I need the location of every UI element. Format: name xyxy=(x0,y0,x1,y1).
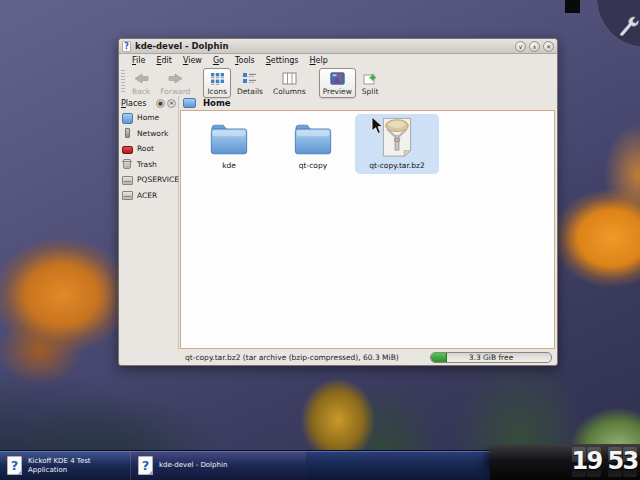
task-icon: ? xyxy=(138,456,153,475)
menubar: File Edit View Go Tools Settings Help xyxy=(119,54,557,67)
place-acer[interactable]: ACER xyxy=(119,188,178,204)
flip-clock: 1 9 5 3 xyxy=(571,447,637,477)
icons-view-icon xyxy=(210,70,225,86)
capacity-label: 3.3 GiB free xyxy=(431,353,551,362)
task-icon: ? xyxy=(7,456,22,475)
file-label: qt-copy xyxy=(299,161,327,170)
preview-icon xyxy=(330,70,345,86)
archive-icon xyxy=(378,117,416,157)
trash-icon xyxy=(123,159,131,169)
maximize-button[interactable]: ∧ xyxy=(529,41,540,52)
back-button[interactable]: Back xyxy=(128,68,154,98)
file-kde[interactable]: kde xyxy=(187,114,271,174)
breadcrumb[interactable]: Home xyxy=(179,96,557,110)
places-float-button[interactable]: ● xyxy=(156,99,165,108)
details-view-button[interactable]: Details xyxy=(233,68,267,98)
breadcrumb-location[interactable]: Home xyxy=(203,98,231,108)
file-qt-copy[interactable]: qt-copy xyxy=(271,114,355,174)
drive-icon xyxy=(122,191,133,200)
clock-digit: 3 xyxy=(623,447,637,477)
wrench-icon xyxy=(614,10,640,36)
forward-icon xyxy=(168,70,183,86)
menu-tools[interactable]: Tools xyxy=(235,56,255,65)
menu-settings[interactable]: Settings xyxy=(266,56,299,65)
titlebar[interactable]: ? kde-devel - Dolphin ∨ ∧ ✕ xyxy=(119,39,557,54)
places-close-button[interactable]: ✕ xyxy=(167,99,176,108)
place-trash[interactable]: Trash xyxy=(119,157,178,173)
menu-help[interactable]: Help xyxy=(310,56,328,65)
menu-edit[interactable]: Edit xyxy=(156,56,172,65)
close-button[interactable]: ✕ xyxy=(543,41,554,52)
columns-view-icon xyxy=(282,70,297,86)
file-qt-copy-tar-bz2[interactable]: qt-copy.tar.bz2 xyxy=(355,114,439,174)
menu-go[interactable]: Go xyxy=(213,56,224,65)
places-title: Places xyxy=(121,99,154,108)
task-dolphin[interactable]: ? kde-devel - Dolphin xyxy=(130,451,306,480)
toolbar-grip[interactable] xyxy=(121,70,125,94)
place-network[interactable]: Network xyxy=(119,126,178,142)
plasma-toolbox[interactable] xyxy=(596,0,640,48)
folder-icon xyxy=(292,117,334,157)
home-folder-icon xyxy=(122,113,133,124)
forward-button[interactable]: Forward xyxy=(156,68,194,98)
place-pqservice[interactable]: PQSERVICE xyxy=(119,172,178,188)
capacity-bar: 3.3 GiB free xyxy=(430,352,552,363)
clock-digit: 9 xyxy=(587,447,601,477)
task-kickoff[interactable]: ? Kickoff KDE 4 Test Application xyxy=(0,451,130,480)
clock-widget: 1 9 5 3 xyxy=(490,444,640,480)
statusbar: qt-copy.tar.bz2 (tar archive (bzip-compr… xyxy=(119,350,557,365)
places-header: Places ● ✕ xyxy=(119,96,178,110)
dolphin-window: ? kde-devel - Dolphin ∨ ∧ ✕ File Edit Vi… xyxy=(118,38,558,366)
columns-view-button[interactable]: Columns xyxy=(269,68,310,98)
window-icon: ? xyxy=(122,41,131,52)
details-view-icon xyxy=(242,70,257,86)
place-home[interactable]: Home xyxy=(119,110,178,126)
window-title: kde-devel - Dolphin xyxy=(135,41,512,51)
root-folder-icon xyxy=(122,146,133,154)
clock-digit: 1 xyxy=(572,447,586,477)
minimize-button[interactable]: ∨ xyxy=(515,41,526,52)
file-label: kde xyxy=(222,161,236,170)
toolbar: Back Forward Icons xyxy=(119,67,557,96)
back-icon xyxy=(134,70,149,86)
drive-icon xyxy=(122,176,133,185)
menu-file[interactable]: File xyxy=(132,56,145,65)
split-icon xyxy=(363,70,378,86)
menu-view[interactable]: View xyxy=(183,56,202,65)
home-folder-icon xyxy=(183,98,196,108)
clock-digit: 5 xyxy=(608,447,622,477)
icons-view-button[interactable]: Icons xyxy=(203,68,231,98)
places-panel: Places ● ✕ Home Network Root xyxy=(119,96,179,350)
status-info: qt-copy.tar.bz2 (tar archive (bzip-compr… xyxy=(185,353,430,362)
place-root[interactable]: Root xyxy=(119,141,178,157)
screen-artifact xyxy=(565,0,580,13)
mouse-cursor xyxy=(371,116,383,135)
network-icon xyxy=(125,128,130,138)
split-button[interactable]: Split xyxy=(358,68,383,98)
folder-icon xyxy=(208,117,250,157)
desktop: ? kde-devel - Dolphin ∨ ∧ ✕ File Edit Vi… xyxy=(0,0,640,480)
preview-button[interactable]: Preview xyxy=(319,68,356,98)
folder-view[interactable]: kde qt-copy xyxy=(180,110,555,349)
file-label: qt-copy.tar.bz2 xyxy=(369,161,424,170)
